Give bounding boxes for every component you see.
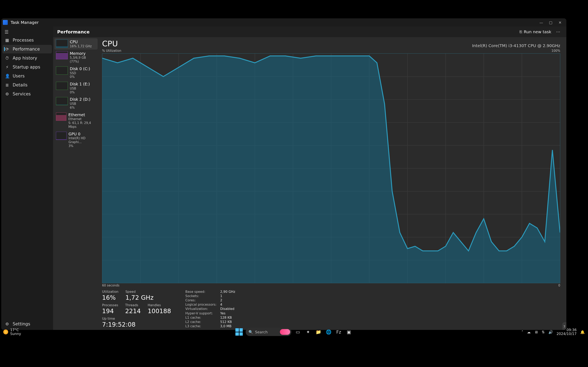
tray-chevron-icon[interactable]: ˄ xyxy=(521,330,523,334)
nav-performance[interactable]: ⟳Performance xyxy=(2,45,52,53)
perf-title: Memory xyxy=(70,51,96,56)
edge-icon[interactable]: 🌐 xyxy=(325,328,332,336)
taskbar-date: 2024/10/17 xyxy=(557,332,577,336)
perf-thumb xyxy=(56,82,68,90)
perf-card-cpu[interactable]: CPU16% 1,72 GHz xyxy=(54,38,98,50)
content-area: Performance ⎘ Run new task ⋯ CPU16% 1,72… xyxy=(53,26,566,330)
weather-temp: 17°C xyxy=(10,328,21,332)
perf-card-disk1[interactable]: Disk 1 (E:)USB0% xyxy=(54,81,98,95)
cpu-chart[interactable] xyxy=(102,53,560,283)
tray-onedrive-icon[interactable]: ☁ xyxy=(527,330,531,334)
nav-details[interactable]: ≣Details xyxy=(2,81,52,89)
taskbar-clock[interactable]: 09:36 2024/10/17 xyxy=(557,328,577,336)
y-axis-max: 100% xyxy=(552,49,560,53)
perf-sub2: 3% xyxy=(69,144,96,148)
perf-card-disk0[interactable]: Disk 0 (C:)SSD0% xyxy=(54,65,98,80)
perf-title: Disk 1 (E:) xyxy=(70,82,90,87)
taskmgr-icon[interactable]: ▣ xyxy=(345,328,353,336)
explorer-icon[interactable]: 📁 xyxy=(315,328,322,336)
nav-processes-icon: ▦ xyxy=(5,38,9,43)
stat-key: Cores: xyxy=(185,298,217,302)
taskview-icon[interactable]: ▭ xyxy=(294,328,302,336)
perf-title: Disk 0 (C:) xyxy=(70,67,90,71)
stat-label: Handles xyxy=(148,303,171,307)
nav-label: Details xyxy=(13,83,27,87)
cpu-model: Intel(R) Core(TM) i3-4130T CPU @ 2.90GHz xyxy=(472,43,560,48)
tray-sound-icon[interactable]: 🔊 xyxy=(548,330,553,334)
cpu-stat-grid: Base speed:2,90 GHzSockets:1Cores:2Logic… xyxy=(185,290,235,328)
filezilla-icon[interactable]: Fz xyxy=(335,328,342,336)
stat-label: Processes xyxy=(102,303,118,307)
perf-sub2: 6% xyxy=(70,106,90,110)
more-options-button[interactable]: ⋯ xyxy=(554,28,562,35)
perf-title: CPU xyxy=(70,40,92,44)
titlebar: Task Manager — ▢ ✕ xyxy=(1,18,566,26)
nav-users[interactable]: 👤Users xyxy=(2,72,52,80)
nav-services[interactable]: ⚙Services xyxy=(2,90,52,98)
nav-startup-apps[interactable]: ⚡Startup apps xyxy=(2,63,52,71)
maximize-button[interactable]: ▢ xyxy=(546,18,555,26)
stat-val: 2 xyxy=(220,298,235,302)
perf-sub: USB xyxy=(70,102,90,106)
hamburger-button[interactable]: ☰ xyxy=(2,28,11,36)
stat-val: Disabled xyxy=(220,307,235,311)
nav-app-history-icon: ⏱ xyxy=(5,56,9,60)
perf-card-mem[interactable]: Memory5,3/6,9 GB (77%) xyxy=(54,50,98,65)
stat-value: 194 xyxy=(102,308,118,315)
perf-thumb xyxy=(56,113,66,121)
nav-label: Processes xyxy=(13,38,34,43)
cpu-stats: Utilization 16% Speed 1,72 GHz xyxy=(102,290,560,328)
subheader: Performance ⎘ Run new task ⋯ xyxy=(53,26,566,37)
stat-val: Yes xyxy=(220,311,235,315)
stat-key: L2 cache: xyxy=(185,320,217,324)
perf-card-gpu0[interactable]: GPU 0Intel(R) HD Graphi...3% xyxy=(54,131,98,149)
perf-sub2: 0% xyxy=(70,91,90,94)
perf-card-eth[interactable]: EthernetEthernetS: 61,1 R: 29,4 Mbps xyxy=(54,111,98,130)
nav-processes[interactable]: ▦Processes xyxy=(2,36,52,44)
perf-thumb xyxy=(56,67,68,75)
minimize-button[interactable]: — xyxy=(536,18,546,26)
stat-value: 1,72 GHz xyxy=(125,294,154,301)
subheader-title: Performance xyxy=(57,29,90,34)
perf-thumb xyxy=(56,97,68,105)
taskbar: 17°C Sunny 🔍 Search ▭✦📁🌐Fz▣ ˄ ☁ 🖥 ⇅ 🔊 09… xyxy=(0,325,588,338)
perf-thumb xyxy=(56,51,68,59)
nav-app-history[interactable]: ⏱App history xyxy=(2,54,52,62)
nav-performance-icon: ⟳ xyxy=(5,47,9,52)
run-new-task-button[interactable]: ⎘ Run new task xyxy=(517,28,554,35)
nav-label: Startup apps xyxy=(13,65,40,69)
perf-thumb xyxy=(56,132,67,140)
weather-cond: Sunny xyxy=(10,332,21,336)
perf-title: Ethernet xyxy=(68,113,96,117)
tray-network-icon[interactable]: ⇅ xyxy=(542,330,545,334)
run-new-task-label: Run new task xyxy=(524,29,551,34)
stat-label: Up time xyxy=(102,317,171,320)
stat-label: Utilization xyxy=(102,290,118,294)
search-highlight-icon xyxy=(280,329,290,335)
tray-notifications-icon[interactable]: 🔔 xyxy=(580,330,585,334)
taskbar-weather[interactable]: 17°C Sunny xyxy=(3,328,21,336)
cpu-panel: CPU Intel(R) Core(TM) i3-4130T CPU @ 2.9… xyxy=(99,37,566,330)
cpu-title: CPU xyxy=(102,39,118,48)
copilot-icon[interactable]: ✦ xyxy=(304,328,312,336)
stat-label: Threads xyxy=(125,303,141,307)
perf-card-disk2[interactable]: Disk 2 (D:)USB6% xyxy=(54,96,98,111)
taskbar-search[interactable]: 🔍 Search xyxy=(246,328,291,336)
search-icon: 🔍 xyxy=(249,330,253,334)
stat-val: 1 xyxy=(220,294,235,298)
stat-key: Virtualization: xyxy=(185,307,217,311)
search-placeholder: Search xyxy=(255,330,268,334)
stat-key: Hyper-V support: xyxy=(185,311,217,315)
tray-display-icon[interactable]: 🖥 xyxy=(534,330,538,334)
start-button[interactable] xyxy=(235,328,243,336)
x-axis-left: 60 seconds xyxy=(102,284,120,287)
perf-sidebar: CPU16% 1,72 GHzMemory5,3/6,9 GB (77%)Dis… xyxy=(53,37,99,330)
nav-details-icon: ≣ xyxy=(5,83,9,87)
perf-title: GPU 0 xyxy=(69,132,96,137)
stat-val: 4 xyxy=(220,303,235,307)
close-button[interactable]: ✕ xyxy=(555,18,565,26)
x-axis-right: 0 xyxy=(558,284,560,287)
perf-sub2: 0% xyxy=(70,75,90,79)
perf-sub: SSD xyxy=(70,71,90,75)
perf-sub: Ethernet xyxy=(68,117,96,121)
